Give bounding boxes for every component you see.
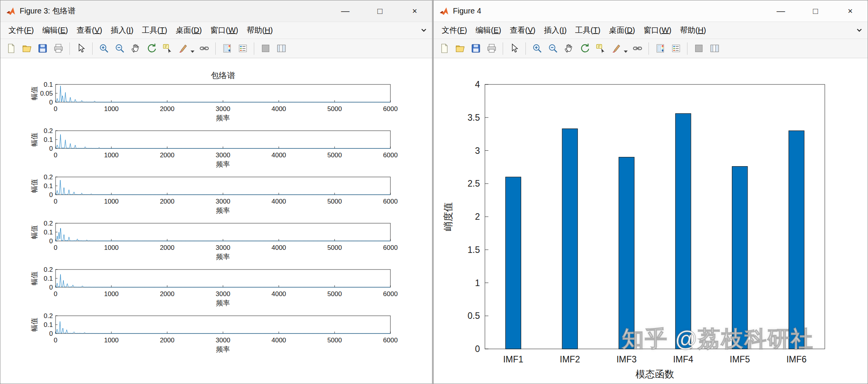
insert-legend-button[interactable] <box>235 41 250 56</box>
x-tick-label: IMF4 <box>673 354 694 364</box>
print-figure-icon <box>486 43 497 54</box>
brush-dropdown-icon[interactable] <box>624 51 628 53</box>
matlab-icon <box>6 6 16 16</box>
x-tick-label: 5000 <box>327 152 342 159</box>
x-tick-label: 1000 <box>104 105 119 113</box>
zoom-in-button[interactable] <box>530 41 544 56</box>
menu-item-insert[interactable]: 插入(I) <box>106 25 138 35</box>
x-tick-label: IMF3 <box>616 354 637 364</box>
zoom-out-button[interactable] <box>545 41 560 56</box>
rotate-3d-icon <box>146 43 157 54</box>
window-controls: — □ × <box>328 0 432 22</box>
pan-button[interactable] <box>561 41 576 56</box>
hide-plot-tools-button[interactable] <box>691 41 706 56</box>
show-plot-tools-icon <box>276 43 287 54</box>
print-figure-button[interactable] <box>51 41 66 56</box>
desktop: Figure 3: 包络谱 — □ × 文件(F)编辑(E)查看(V)插入(I)… <box>0 0 868 384</box>
menu-item-insert[interactable]: 插入(I) <box>540 25 571 35</box>
envelope-title: 包络谱 <box>211 71 235 80</box>
data-cursor-icon <box>595 43 606 54</box>
envelope-spectrum-plot: 包络谱00.050.10100020003000400050006000幅值频率… <box>0 58 432 384</box>
x-tick-label: 1000 <box>104 337 119 344</box>
insert-colorbar-icon <box>655 43 665 54</box>
hide-plot-tools-button[interactable] <box>258 41 273 56</box>
new-figure-button[interactable] <box>3 41 18 56</box>
zoom-out-button[interactable] <box>112 41 127 56</box>
y-axis-label: 幅值 <box>30 86 38 100</box>
insert-legend-button[interactable] <box>669 41 683 56</box>
data-cursor-button[interactable] <box>160 41 174 56</box>
x-tick-label: 5000 <box>327 244 342 251</box>
bar-IMF5 <box>732 167 748 349</box>
link-plot-button[interactable] <box>630 41 645 56</box>
y-axis-label: 幅值 <box>30 133 38 147</box>
data-cursor-button[interactable] <box>593 41 608 56</box>
menu-item-tools[interactable]: 工具(T) <box>571 25 605 35</box>
y-tick-label: 2.5 <box>468 179 480 189</box>
link-plot-button[interactable] <box>197 41 211 56</box>
zoom-in-button[interactable] <box>96 41 111 56</box>
new-figure-button[interactable] <box>437 41 451 56</box>
close-button[interactable]: × <box>833 0 868 22</box>
minimize-button[interactable]: — <box>763 0 798 22</box>
menu-item-desktop[interactable]: 桌面(D) <box>171 25 206 35</box>
menu-item-window[interactable]: 窗口(W) <box>639 25 675 35</box>
menu-item-window[interactable]: 窗口(W) <box>206 25 242 35</box>
figure4-titlebar[interactable]: Figure 4 — □ × <box>434 0 868 22</box>
y-tick-label: 0.1 <box>44 136 53 143</box>
toolbar-separator <box>92 42 93 55</box>
menu-item-help[interactable]: 帮助(H) <box>242 25 277 35</box>
x-tick-label: 2000 <box>160 244 174 251</box>
figure3-titlebar[interactable]: Figure 3: 包络谱 — □ × <box>0 0 432 22</box>
maximize-button[interactable]: □ <box>798 0 833 22</box>
insert-colorbar-button[interactable] <box>220 41 234 56</box>
menu-item-view[interactable]: 查看(V) <box>72 25 106 35</box>
save-figure-icon <box>471 43 481 54</box>
y-tick-label: 0.1 <box>44 229 53 236</box>
y-tick-label: 0.2 <box>44 312 53 320</box>
x-axis-label: 频率 <box>216 207 230 214</box>
y-tick-label: 0 <box>49 330 53 337</box>
maximize-button[interactable]: □ <box>363 0 397 22</box>
toolbar-separator <box>215 42 216 55</box>
pan-button[interactable] <box>128 41 143 56</box>
save-figure-button[interactable] <box>468 41 483 56</box>
brush-button[interactable] <box>609 41 623 56</box>
minimize-button[interactable]: — <box>328 0 363 22</box>
menubar-overflow-icon[interactable] <box>856 27 863 34</box>
rotate-3d-button[interactable] <box>577 41 592 56</box>
y-tick-label: 3.5 <box>468 113 480 123</box>
open-file-button[interactable] <box>453 41 467 56</box>
menu-item-desktop[interactable]: 桌面(D) <box>605 25 639 35</box>
edit-plot-button[interactable] <box>507 41 522 56</box>
x-tick-label: 4000 <box>272 152 286 159</box>
x-tick-label: 6000 <box>383 105 398 113</box>
menu-item-edit[interactable]: 编辑(E) <box>38 25 73 35</box>
x-axis-label: 频率 <box>216 299 230 307</box>
open-file-button[interactable] <box>19 41 34 56</box>
menu-item-tools[interactable]: 工具(T) <box>138 25 172 35</box>
rotate-3d-button[interactable] <box>144 41 159 56</box>
print-figure-button[interactable] <box>484 41 499 56</box>
save-figure-button[interactable] <box>35 41 50 56</box>
menu-item-view[interactable]: 查看(V) <box>505 25 540 35</box>
menu-item-help[interactable]: 帮助(H) <box>675 25 710 35</box>
y-tick-label: 0.1 <box>44 182 53 190</box>
menu-item-file[interactable]: 文件(F) <box>437 25 471 35</box>
hide-plot-tools-icon <box>260 43 271 54</box>
brush-button[interactable] <box>176 41 190 56</box>
y-tick-label: 1 <box>475 278 480 288</box>
insert-colorbar-button[interactable] <box>653 41 667 56</box>
y-tick-label: 1.5 <box>468 245 480 255</box>
brush-dropdown-icon[interactable] <box>191 51 194 53</box>
close-button[interactable]: × <box>397 0 432 22</box>
menu-item-edit[interactable]: 编辑(E) <box>471 25 506 35</box>
menu-item-file[interactable]: 文件(F) <box>4 25 38 35</box>
show-plot-tools-button[interactable] <box>707 41 722 56</box>
y-tick-label: 0.2 <box>44 220 53 227</box>
show-plot-tools-button[interactable] <box>274 41 289 56</box>
edit-plot-button[interactable] <box>74 41 88 56</box>
x-tick-label: 2000 <box>160 105 174 113</box>
menubar-overflow-icon[interactable] <box>420 27 427 34</box>
x-tick-label: 6000 <box>383 290 398 298</box>
